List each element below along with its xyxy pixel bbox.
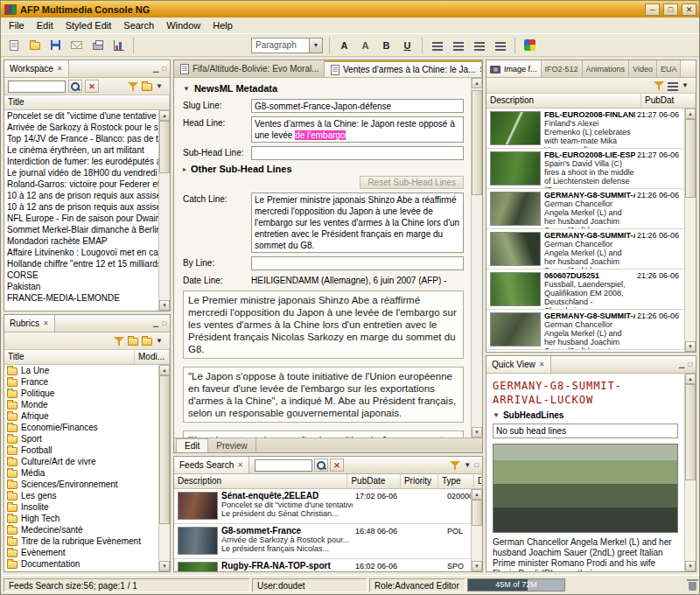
column-header-type[interactable]: Type — [438, 474, 474, 488]
workspace-item[interactable]: Pakistan — [4, 281, 158, 292]
rubric-item[interactable]: La Une — [4, 365, 158, 376]
view-menu-icon[interactable]: ▼ — [682, 81, 689, 89]
font-a-button[interactable]: A — [334, 36, 354, 54]
rubric-item[interactable]: Football — [4, 444, 158, 456]
rubric-item[interactable]: Culture/Art de vivre — [4, 456, 158, 467]
minimize-window-button[interactable]: – — [645, 4, 660, 16]
column-header-title[interactable]: Title — [4, 95, 170, 109]
sort-icon[interactable] — [668, 82, 678, 91]
chevron-down-icon[interactable]: ▼ — [309, 38, 322, 52]
view-menu-icon[interactable]: ▼ — [464, 461, 471, 469]
maximize-view-icon[interactable]: □ — [162, 66, 166, 73]
scroll-track[interactable] — [159, 121, 170, 300]
rubrics-tab[interactable]: Rubrics ✕ — [4, 315, 55, 332]
rubric-item[interactable]: Sport — [4, 433, 158, 444]
scroll-thumb[interactable] — [159, 121, 170, 173]
rubric-item[interactable]: Monde — [4, 399, 158, 410]
column-header-title[interactable]: Title — [4, 350, 135, 364]
editor-tab-ventes-active[interactable]: Ventes d'armes à la Chine: le Ja... ✕ — [325, 60, 482, 77]
filter-icon[interactable] — [450, 460, 460, 471]
close-tab-icon[interactable]: ✕ — [57, 65, 63, 73]
workspace-search-input[interactable] — [8, 80, 66, 93]
feeds-search-button[interactable] — [314, 458, 328, 472]
scroll-thumb[interactable] — [472, 90, 482, 195]
feeds-search-tab[interactable]: Feeds Search ✕ — [174, 457, 249, 473]
folder-icon[interactable] — [142, 83, 152, 91]
quickview-scrollbar[interactable]: ▲ ▼ — [684, 374, 696, 571]
rubric-item[interactable]: Média — [4, 467, 158, 479]
menu-item[interactable]: Window — [160, 18, 206, 32]
new-article-button[interactable] — [4, 36, 24, 54]
image-row[interactable]: GERMANY-G8-SUMMIT-ARR... German Chancell… — [486, 310, 684, 350]
tab-animations[interactable]: Animations — [583, 60, 630, 77]
minimize-view-icon[interactable]: ▁ — [153, 66, 158, 73]
workspace-item[interactable]: Interdiction de fumer: les eurodéputés a… — [4, 156, 158, 167]
statistics-button[interactable] — [108, 36, 129, 54]
image-row[interactable]: GERMANY-G8-SUMMIT-ARR... German Chancell… — [486, 229, 684, 270]
save-button[interactable] — [46, 36, 66, 54]
scroll-down-icon[interactable]: ▼ — [159, 300, 170, 311]
insert-media-button[interactable] — [520, 36, 540, 54]
column-header-dateline[interactable]: DateLine — [474, 474, 482, 488]
scroll-track[interactable] — [159, 375, 170, 561]
workspace-item[interactable]: Le journal vidéo de 18H00 du vendredi 1e… — [4, 167, 158, 178]
close-tab-icon[interactable]: ✕ — [479, 65, 482, 74]
mail-button[interactable] — [66, 36, 87, 54]
image-scrollbar[interactable]: ▲ ▼ — [684, 108, 696, 352]
other-subheads-section-header[interactable]: ▸ Other Sub-Head Lines — [183, 164, 464, 174]
workspace-search-button[interactable] — [68, 80, 82, 93]
scroll-up-icon[interactable]: ▲ — [159, 365, 170, 375]
feed-row[interactable]: Rugby-FRA-NA-TOP-sport 16:02 06-06 SPO P… — [174, 559, 471, 571]
workspace-item[interactable]: Poncelet se dit "victime d'une tentative… — [4, 110, 158, 122]
reset-subheads-button[interactable]: Reset Sub-Head Lines — [360, 176, 464, 189]
close-window-button[interactable]: ✕ — [682, 4, 696, 16]
scroll-down-icon[interactable]: ▼ — [472, 561, 482, 571]
editor-scrollbar[interactable]: ▲ ▼ — [471, 78, 482, 438]
view-menu-icon[interactable]: ▼ — [156, 337, 163, 345]
workspace-item[interactable]: Roland-Garros: victoire pour Federer et … — [4, 178, 158, 190]
workspace-item[interactable]: Affaire Litvinenko : Lougovoï met en cau… — [4, 247, 158, 258]
column-header-modified[interactable]: Modi... — [135, 350, 170, 364]
folder-new-icon[interactable] — [142, 338, 152, 346]
close-tab-icon[interactable]: ✕ — [43, 319, 49, 327]
sub-head-line-input[interactable] — [251, 146, 464, 160]
body-paragraph[interactable]: Le Premier ministre japonais Shinzo Abe … — [183, 290, 464, 359]
workspace-item[interactable]: Mondadori rachète EMAP — [4, 235, 158, 247]
editor-tab-fifa[interactable]: Fifa/Altitude-Bolivie: Evo Moral... — [174, 60, 325, 77]
workspace-item[interactable]: NFL Europe - Fin de saison pour Dwain Ch… — [4, 213, 158, 224]
maximize-view-icon[interactable]: □ — [162, 320, 166, 327]
feed-row[interactable]: G8-sommet-France Arrivée de Sarkozy à Ro… — [174, 524, 471, 559]
head-line-input[interactable]: Ventes d'armes à la Chine: le Japon rest… — [251, 116, 464, 143]
column-header-priority[interactable]: Priority — [401, 474, 438, 488]
filter-icon[interactable] — [114, 336, 124, 346]
rubric-item[interactable]: Insolite — [4, 501, 158, 513]
workspace-item[interactable]: Hollande chiffre "entre 12 et 15 milliar… — [4, 258, 158, 270]
tab-image-feeds[interactable]: Image f... — [486, 60, 542, 77]
by-line-input[interactable] — [251, 256, 464, 270]
workspace-item[interactable]: Sommet Merkel-Blair dimanche à Berlin po… — [4, 224, 158, 235]
menu-item[interactable]: Search — [117, 18, 160, 32]
quickview-photo[interactable] — [493, 444, 678, 533]
workspace-item[interactable]: Arrivée de Sarkozy à Rostock pour le som… — [4, 122, 158, 133]
workspace-item[interactable]: CORSE — [4, 270, 158, 281]
trash-icon[interactable] — [689, 582, 696, 591]
catch-line-input[interactable]: Le Premier ministre japonais Shinzo Abe … — [251, 192, 464, 253]
rubric-item[interactable]: Economie/Finances — [4, 422, 158, 433]
workspace-item[interactable]: FRANCE-MEDIA-LEMONDE — [4, 292, 158, 304]
menu-item[interactable]: Edit — [31, 18, 60, 32]
filter-icon[interactable] — [128, 81, 138, 92]
scroll-thumb[interactable] — [472, 500, 482, 526]
outdent-button[interactable] — [490, 36, 510, 54]
scroll-up-icon[interactable]: ▲ — [685, 108, 696, 119]
subheadlines-section-header[interactable]: ▼ SubHeadLines — [493, 410, 678, 420]
menu-item[interactable]: Styled Edit — [60, 18, 118, 32]
column-header-description[interactable]: Description — [486, 94, 641, 108]
workspace-item[interactable]: 10 à 12 ans de prison requis aux assises… — [4, 190, 158, 201]
scroll-up-icon[interactable]: ▲ — [472, 489, 482, 500]
indent-button[interactable] — [469, 36, 489, 54]
rubric-item[interactable]: Documentation — [4, 558, 158, 570]
minimize-view-icon[interactable]: ▁ — [679, 361, 684, 368]
tab-preview[interactable]: Preview — [208, 438, 256, 452]
column-header-description[interactable]: Description — [174, 474, 347, 488]
workspace-item[interactable]: 10 à 12 ans de prison requis aux assises… — [4, 201, 158, 213]
